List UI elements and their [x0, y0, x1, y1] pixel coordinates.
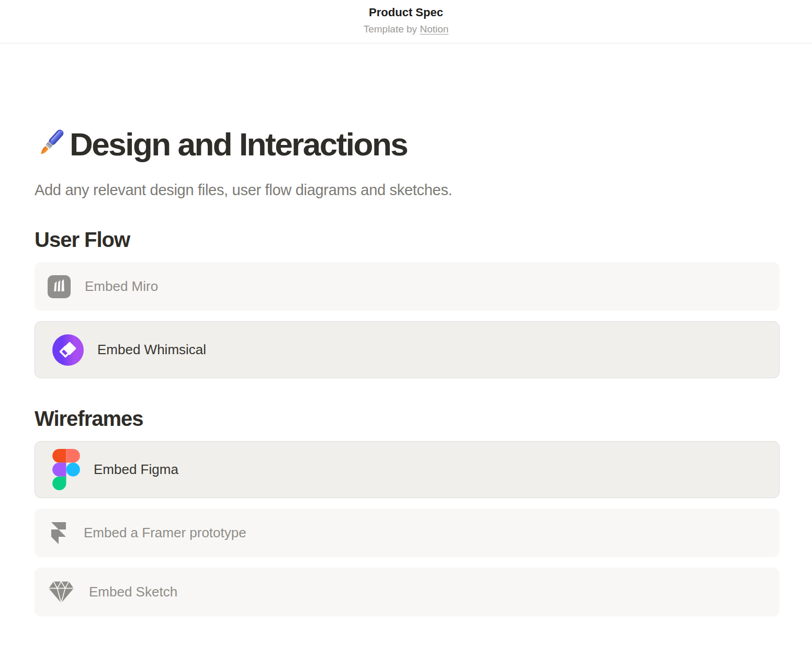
paintbrush-icon	[35, 127, 67, 160]
document-body: Design and Interactions Add any relevant…	[35, 127, 780, 616]
embed-framer-block[interactable]: Embed a Framer prototype	[35, 509, 780, 557]
doc-title: Design and Interactions	[35, 127, 780, 161]
embed-label: Embed Miro	[85, 278, 158, 295]
section-heading-user-flow: User Flow	[35, 228, 780, 252]
embed-sketch-block[interactable]: Embed Sketch	[35, 568, 780, 616]
byline-prefix: Template by	[364, 24, 420, 35]
embed-figma-block[interactable]: Embed Figma	[35, 441, 780, 498]
embed-whimsical-block[interactable]: Embed Whimsical	[35, 321, 780, 378]
whimsical-icon	[52, 334, 84, 366]
embed-label: Embed Whimsical	[97, 342, 206, 358]
doc-description: Add any relevant design files, user flow…	[35, 181, 780, 199]
page-byline: Template by Notion	[0, 22, 812, 36]
doc-title-text: Design and Interactions	[70, 127, 407, 161]
miro-icon	[48, 275, 71, 298]
embed-label: Embed Figma	[94, 461, 178, 478]
sketch-icon	[48, 580, 75, 605]
framer-icon	[48, 521, 70, 545]
page-header: Product Spec Template by Notion	[0, 0, 812, 43]
notion-link[interactable]: Notion	[420, 24, 448, 35]
embed-label: Embed Sketch	[89, 584, 177, 600]
page-title: Product Spec	[0, 5, 812, 20]
figma-icon	[52, 449, 80, 490]
embed-miro-block[interactable]: Embed Miro	[35, 262, 780, 311]
section-heading-wireframes: Wireframes	[35, 407, 780, 431]
embed-label: Embed a Framer prototype	[84, 525, 246, 541]
